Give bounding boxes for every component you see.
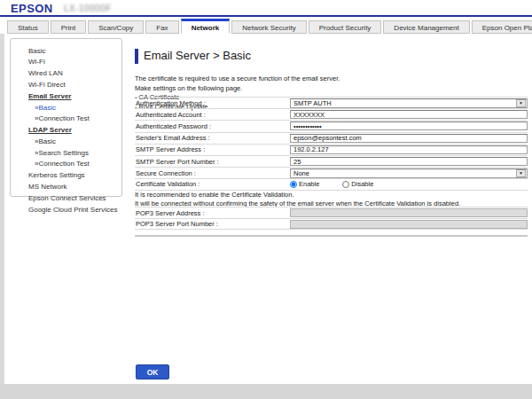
sidebar-item-wired-lan[interactable]: Wired LAN: [11, 68, 121, 80]
authenticated-password-field[interactable]: [290, 121, 528, 130]
tab-scan-copy[interactable]: Scan/Copy: [88, 20, 144, 34]
ok-button[interactable]: OK: [136, 364, 169, 379]
field-label: SMTP Server Port Number :: [135, 157, 290, 167]
smtp-server-address-field[interactable]: [290, 145, 528, 154]
sidebar-group-email-server[interactable]: Email Server: [11, 90, 121, 102]
sidebar-item-ldap-basic[interactable]: »Basic: [11, 136, 121, 147]
field-label: Authentication Method :: [135, 98, 290, 108]
sidebar-item-email-basic[interactable]: »Basic: [11, 102, 121, 113]
epson-logo: EPSON: [11, 2, 53, 15]
note-line: It is recommended to enable the Certific…: [135, 191, 460, 200]
form-row-certificate-validation: Certificate Validation : Enable Disable: [135, 178, 528, 190]
select-value: None: [291, 169, 309, 177]
senders-email-address-field[interactable]: [290, 134, 528, 143]
pop3-server-port-number-field: [290, 220, 528, 229]
tab-network[interactable]: Network: [181, 19, 231, 34]
field-label: Authenticated Account :: [135, 110, 290, 120]
smtp-server-port-number-field[interactable]: [290, 157, 528, 166]
sidebar-item-google-cloud-print-services[interactable]: Google Cloud Print Services: [11, 204, 121, 215]
tab-print[interactable]: Print: [51, 20, 86, 34]
radio-label: Enable: [299, 180, 319, 188]
tab-bar: Status Print Scan/Copy Fax Network Netwo…: [7, 19, 532, 34]
left-edge-strip: [0, 34, 4, 384]
sidebar-item-ms-network[interactable]: MS Network: [11, 181, 121, 192]
printer-model-label: LX-10000F: [64, 4, 112, 13]
sidebar-nav: Basic Wi-Fi Wired LAN Wi-Fi Direct Email…: [10, 38, 122, 197]
field-label: POP3 Server Address :: [135, 208, 290, 218]
sidebar-item-wifi[interactable]: Wi-Fi: [11, 57, 121, 68]
sidebar-group-ldap-server[interactable]: LDAP Server: [11, 124, 121, 136]
pop3-server-address-field: [290, 208, 528, 217]
form-row-authenticated-password: Authenticated Password :: [135, 120, 528, 131]
web-config-page: EPSON LX-10000F Status Print Scan/Copy F…: [0, 0, 532, 399]
field-label: Secure Connection :: [135, 168, 290, 178]
disable-radio[interactable]: [342, 181, 349, 188]
tab-fax[interactable]: Fax: [145, 20, 178, 34]
title-accent-bar: [135, 49, 138, 64]
description-line: The certificate is required to use a sec…: [135, 74, 340, 84]
header-divider: [0, 15, 532, 17]
description-line: Make settings on the following page.: [135, 84, 340, 94]
field-label: Authenticated Password :: [135, 121, 290, 131]
sidebar-item-basic[interactable]: Basic: [11, 45, 121, 57]
form-row-authenticated-account: Authenticated Account :: [135, 108, 528, 120]
tab-status[interactable]: Status: [7, 20, 49, 34]
pop3-form: POP3 Server Address : POP3 Server Port N…: [135, 207, 528, 230]
chevron-down-icon[interactable]: ▼: [516, 169, 526, 177]
form-row-senders-email-address: Sender's Email Address :: [135, 132, 528, 144]
header: EPSON LX-10000F: [0, 0, 532, 15]
form-row-authentication-method: Authentication Method : SMTP AUTH ▼: [135, 97, 528, 108]
sidebar-item-kerberos-settings[interactable]: Kerberos Settings: [11, 170, 121, 182]
enable-radio[interactable]: [290, 181, 297, 188]
chevron-down-icon[interactable]: ▼: [516, 99, 526, 107]
sidebar-item-epson-connect-services[interactable]: Epson Connect Services: [11, 192, 121, 204]
radio-option-disable[interactable]: Disable: [342, 180, 373, 188]
tab-device-management[interactable]: Device Management: [383, 20, 469, 34]
tab-epson-open-platform[interactable]: Epson Open Platform: [472, 20, 532, 34]
form-row-pop3-server-address: POP3 Server Address :: [135, 207, 528, 218]
email-server-form: Authentication Method : SMTP AUTH ▼ Auth…: [135, 97, 528, 191]
field-label: SMTP Server Address :: [135, 145, 290, 154]
form-row-smtp-server-address: SMTP Server Address :: [135, 144, 528, 155]
tab-product-security[interactable]: Product Security: [309, 20, 382, 34]
authenticated-account-field[interactable]: [290, 110, 528, 119]
bottom-bar: [0, 384, 532, 399]
section-divider: [135, 235, 528, 237]
sidebar-item-email-connection-test[interactable]: »Connection Test: [11, 113, 121, 125]
form-row-secure-connection: Secure Connection : None ▼: [135, 167, 528, 178]
field-label: Certificate Validation :: [135, 179, 290, 189]
form-row-pop3-server-port-number: POP3 Server Port Number :: [135, 218, 528, 230]
radio-label: Disable: [351, 180, 373, 188]
certificate-validation-radio-group: Enable Disable: [290, 180, 393, 188]
field-label: POP3 Server Port Number :: [135, 219, 290, 229]
tab-network-security[interactable]: Network Security: [231, 20, 306, 34]
form-row-smtp-server-port-number: SMTP Server Port Number :: [135, 155, 528, 167]
field-label: Sender's Email Address :: [135, 133, 290, 143]
page-title: Email Server > Basic: [144, 49, 251, 62]
select-value: SMTP AUTH: [291, 99, 332, 107]
sidebar-item-wifi-direct[interactable]: Wi-Fi Direct: [11, 79, 121, 90]
secure-connection-select[interactable]: None ▼: [290, 168, 528, 178]
authentication-method-select[interactable]: SMTP AUTH ▼: [290, 98, 528, 108]
sidebar-item-ldap-search-settings[interactable]: »Search Settings: [11, 147, 121, 159]
sidebar-item-ldap-connection-test[interactable]: »Connection Test: [11, 159, 121, 170]
radio-option-enable[interactable]: Enable: [290, 180, 319, 188]
